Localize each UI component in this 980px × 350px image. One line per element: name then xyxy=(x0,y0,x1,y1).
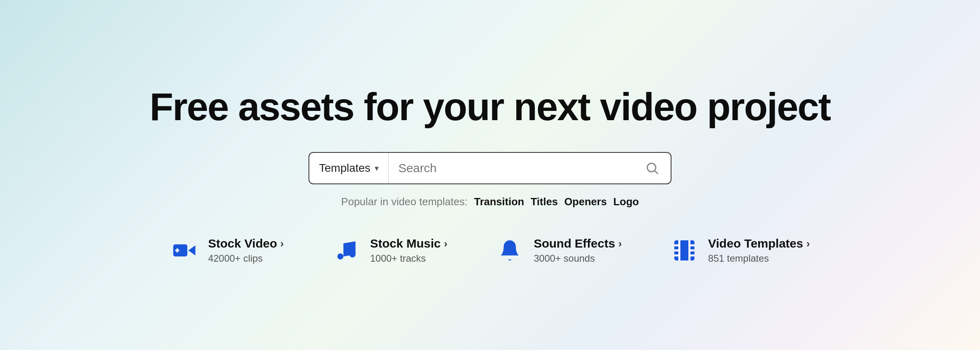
svg-point-7 xyxy=(349,252,355,258)
search-icon xyxy=(645,161,659,175)
category-label: Templates xyxy=(319,162,371,175)
search-container: Templates ▾ Popular in video templates: … xyxy=(0,152,980,208)
tag-logo[interactable]: Logo xyxy=(613,196,639,208)
video-templates-title: Video Templates › xyxy=(708,237,810,250)
video-templates-text: Video Templates › 851 templates xyxy=(708,237,810,264)
stock-video-subtitle: 42000+ clips xyxy=(208,253,284,264)
sound-effects-text: Sound Effects › 3000+ sounds xyxy=(534,237,621,264)
video-templates-arrow: › xyxy=(806,237,810,250)
category-stock-video[interactable]: Stock Video › 42000+ clips xyxy=(170,236,284,265)
sound-effects-subtitle: 3000+ sounds xyxy=(534,253,621,264)
category-sound-effects[interactable]: Sound Effects › 3000+ sounds xyxy=(496,236,621,265)
chevron-down-icon: ▾ xyxy=(375,163,379,173)
stock-music-arrow: › xyxy=(444,237,448,250)
stock-music-subtitle: 1000+ tracks xyxy=(370,253,448,264)
music-note-icon xyxy=(332,236,361,265)
stock-video-text: Stock Video › 42000+ clips xyxy=(208,237,284,264)
category-stock-music[interactable]: Stock Music › 1000+ tracks xyxy=(332,236,448,265)
search-input[interactable] xyxy=(389,153,634,183)
category-dropdown[interactable]: Templates ▾ xyxy=(309,153,389,183)
search-bar: Templates ▾ xyxy=(309,152,671,184)
stock-video-title: Stock Video › xyxy=(208,237,284,250)
svg-point-6 xyxy=(337,254,343,260)
video-templates-subtitle: 851 templates xyxy=(708,253,810,264)
bell-icon xyxy=(496,236,524,265)
categories-row: Stock Video › 42000+ clips Stock Music › xyxy=(0,236,980,265)
hero-section: Free assets for your next video project … xyxy=(0,69,980,281)
tag-titles[interactable]: Titles xyxy=(531,196,558,208)
svg-marker-3 xyxy=(188,246,196,256)
main-heading: Free assets for your next video project xyxy=(150,85,830,128)
sound-effects-title: Sound Effects › xyxy=(534,237,621,250)
svg-line-1 xyxy=(655,171,658,174)
tag-openers[interactable]: Openers xyxy=(564,196,607,208)
popular-tags: Popular in video templates: Transition T… xyxy=(341,196,639,208)
sound-effects-arrow: › xyxy=(618,237,622,250)
stock-music-text: Stock Music › 1000+ tracks xyxy=(370,237,448,264)
stock-video-arrow: › xyxy=(280,237,284,250)
popular-label: Popular in video templates: xyxy=(341,196,468,208)
tag-transition[interactable]: Transition xyxy=(474,196,524,208)
category-video-templates[interactable]: Video Templates › 851 templates xyxy=(670,236,810,265)
svg-point-0 xyxy=(647,163,656,172)
stock-music-title: Stock Music › xyxy=(370,237,448,250)
film-strip-icon xyxy=(670,236,699,265)
search-button[interactable] xyxy=(634,153,671,183)
video-camera-icon xyxy=(170,236,198,265)
